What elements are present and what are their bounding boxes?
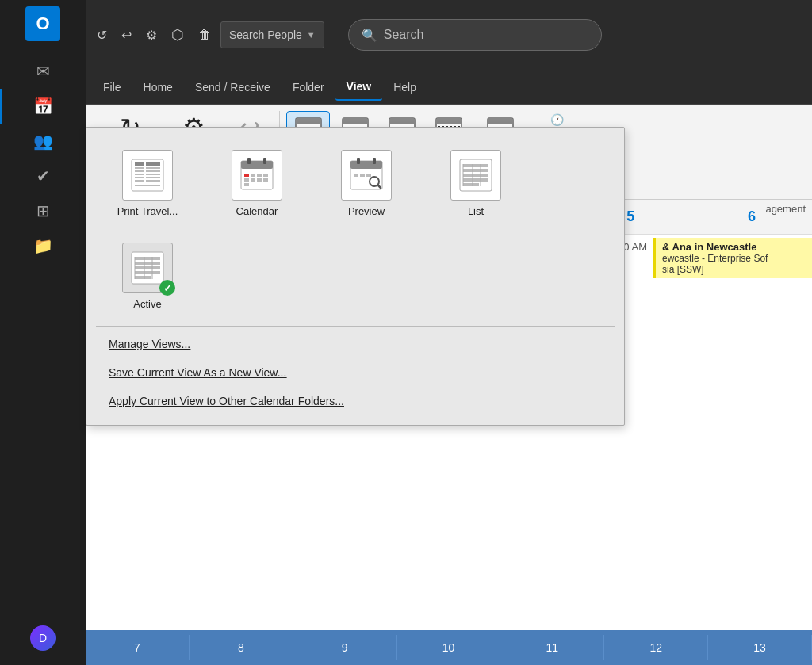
event-subtitle: ewcastle - Enterprise Sof — [662, 253, 806, 264]
search-people-label: Search People — [229, 29, 302, 41]
active-item-icon: ✓ — [122, 243, 173, 293]
cal-bottom-11[interactable]: 11 — [500, 635, 604, 660]
svg-rect-89 — [463, 164, 488, 167]
menu-file[interactable]: File — [92, 75, 132, 100]
calendar-event[interactable]: & Ana in Newcastle ewcastle - Enterprise… — [653, 238, 812, 278]
cal-bottom-12[interactable]: 12 — [604, 635, 708, 660]
svg-rect-24 — [436, 118, 462, 124]
apply-to-folders-label: Apply Current View to Other Calendar Fol… — [109, 395, 344, 407]
svg-rect-75 — [257, 174, 262, 177]
dropdown-row-1: Print Travel... Calendar Preview List — [96, 137, 615, 230]
svg-rect-92 — [463, 178, 488, 182]
cal-bottom-9[interactable]: 9 — [293, 635, 397, 660]
svg-rect-100 — [135, 266, 160, 269]
sidebar-item-folder[interactable]: 📁 — [0, 228, 86, 263]
sidebar-item-account[interactable]: D — [0, 617, 86, 659]
cal-bottom-8[interactable]: 8 — [190, 635, 293, 660]
preview-item-label: Preview — [348, 205, 385, 217]
calendar-item[interactable]: Calendar — [205, 143, 308, 224]
menu-home[interactable]: Home — [132, 75, 184, 100]
list-item[interactable]: List — [424, 143, 527, 224]
active-item-label: Active — [133, 298, 161, 310]
calendar-item-icon — [232, 150, 282, 201]
apply-to-folders-item[interactable]: Apply Current View to Other Calendar Fol… — [96, 387, 615, 415]
svg-rect-64 — [146, 180, 160, 182]
svg-rect-67 — [241, 161, 273, 169]
list-item-icon — [450, 150, 501, 201]
sidebar: O ✉ 📅 👥 ✔ ⊞ 📁 D — [0, 0, 86, 665]
cal-bottom-13[interactable]: 13 — [708, 635, 812, 660]
svg-rect-72 — [244, 183, 249, 186]
svg-rect-54 — [135, 167, 144, 169]
svg-rect-57 — [135, 177, 144, 178]
svg-rect-69 — [263, 158, 266, 164]
dropdown-divider-1 — [96, 326, 615, 327]
sidebar-item-calendar[interactable]: 📅 — [0, 89, 86, 124]
svg-rect-63 — [146, 177, 160, 178]
tasks-icon: ✔ — [36, 166, 50, 185]
sidebar-item-tasks[interactable]: ✔ — [0, 159, 86, 193]
svg-rect-101 — [135, 271, 160, 274]
search-box[interactable]: 🔍 Search — [348, 19, 602, 51]
svg-rect-68 — [247, 158, 251, 164]
menu-send-receive[interactable]: Send / Receive — [184, 75, 282, 100]
svg-rect-99 — [135, 262, 160, 265]
active-item[interactable]: ✓ Active — [96, 236, 199, 316]
svg-rect-58 — [135, 180, 144, 182]
manage-views-item[interactable]: Manage Views... — [96, 330, 615, 358]
cal-bottom-7[interactable]: 7 — [86, 635, 190, 660]
time-scale-icon: 🕐 — [550, 113, 564, 126]
svg-rect-81 — [357, 158, 360, 164]
people-icon: 👥 — [33, 132, 53, 151]
svg-rect-56 — [135, 174, 144, 175]
calendar-bottom-row: 7 8 9 10 11 12 13 — [86, 630, 812, 665]
preview-item[interactable]: Preview — [315, 143, 418, 224]
svg-rect-85 — [366, 174, 371, 177]
svg-rect-93 — [463, 183, 479, 186]
delete-button[interactable]: 🗑 — [193, 25, 216, 45]
mail-icon: ✉ — [36, 62, 50, 81]
sync-button[interactable]: ↺ — [92, 25, 112, 46]
manage-views-label: Manage Views... — [109, 338, 190, 350]
svg-rect-83 — [354, 174, 358, 177]
list-item-label: List — [468, 205, 484, 217]
sidebar-item-org[interactable]: ⊞ — [0, 193, 86, 228]
menu-folder[interactable]: Folder — [282, 75, 335, 100]
calendar-icon: 📅 — [33, 97, 53, 116]
sidebar-item-mail[interactable]: ✉ — [0, 54, 86, 89]
menu-help[interactable]: Help — [382, 75, 427, 100]
svg-rect-53 — [135, 162, 144, 166]
event-detail: sia [SSW] — [662, 264, 806, 275]
svg-rect-84 — [360, 174, 365, 177]
calendar-item-label: Calendar — [236, 205, 278, 217]
menu-view[interactable]: View — [335, 74, 383, 101]
search-people-box[interactable]: Search People ▼ — [220, 21, 324, 48]
svg-rect-70 — [244, 174, 249, 177]
menubar: File Home Send / Receive Folder View Hel… — [86, 70, 812, 105]
change-view-dropdown: Print Travel... Calendar Preview List — [86, 127, 625, 426]
svg-rect-59 — [146, 162, 160, 166]
print-travel-item[interactable]: Print Travel... — [96, 143, 199, 224]
svg-rect-71 — [244, 178, 249, 182]
svg-rect-80 — [350, 161, 382, 169]
send-button[interactable]: ⬡ — [167, 23, 189, 47]
search-people-dropdown-arrow: ▼ — [307, 30, 316, 40]
account-icon: D — [30, 625, 56, 651]
svg-rect-91 — [463, 174, 488, 177]
org-icon: ⊞ — [36, 201, 50, 220]
save-current-view-item[interactable]: Save Current View As a New View... — [96, 358, 615, 387]
sidebar-item-people[interactable]: 👥 — [0, 124, 86, 159]
app-logo: O — [25, 6, 60, 41]
svg-rect-61 — [146, 170, 160, 172]
svg-rect-102 — [135, 276, 151, 279]
undo-button[interactable]: ↩ — [117, 25, 136, 46]
svg-rect-60 — [146, 167, 160, 169]
svg-rect-4 — [343, 118, 368, 124]
cal-bottom-10[interactable]: 10 — [397, 635, 501, 660]
svg-rect-55 — [135, 170, 144, 172]
print-travel-icon — [122, 150, 173, 201]
settings-button[interactable]: ⚙ — [141, 25, 162, 46]
svg-rect-62 — [146, 174, 160, 175]
management-label: agement — [765, 203, 806, 215]
svg-rect-98 — [135, 257, 160, 260]
